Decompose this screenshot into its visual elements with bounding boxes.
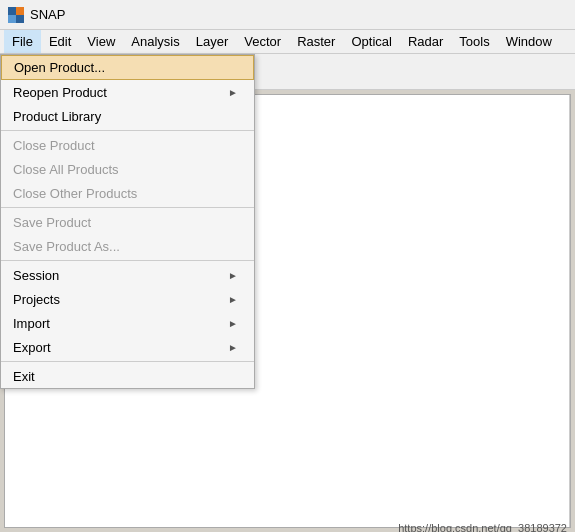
svg-rect-0 bbox=[8, 7, 16, 15]
menu-bar: File Edit View Analysis Layer Vector Ras… bbox=[0, 30, 575, 54]
app-icon bbox=[8, 7, 24, 23]
menu-close-other-products: Close Other Products bbox=[1, 181, 254, 205]
menu-optical[interactable]: Optical bbox=[343, 30, 399, 53]
menu-product-library[interactable]: Product Library bbox=[1, 104, 254, 128]
menu-session[interactable]: Session ► bbox=[1, 263, 254, 287]
menu-save-product: Save Product bbox=[1, 210, 254, 234]
open-product-label: Open Product... bbox=[14, 60, 105, 75]
menu-layer[interactable]: Layer bbox=[188, 30, 237, 53]
close-all-products-label: Close All Products bbox=[13, 162, 119, 177]
svg-rect-1 bbox=[16, 7, 24, 15]
reopen-product-arrow: ► bbox=[228, 87, 238, 98]
menu-radar[interactable]: Radar bbox=[400, 30, 451, 53]
status-url: https://blog.csdn.net/qq_38189372 bbox=[398, 522, 567, 532]
menu-close-all-products: Close All Products bbox=[1, 157, 254, 181]
separator-3 bbox=[1, 260, 254, 261]
projects-label: Projects bbox=[13, 292, 60, 307]
separator-4 bbox=[1, 361, 254, 362]
menu-vector[interactable]: Vector bbox=[236, 30, 289, 53]
import-label: Import bbox=[13, 316, 50, 331]
svg-rect-3 bbox=[16, 15, 24, 23]
menu-raster[interactable]: Raster bbox=[289, 30, 343, 53]
file-dropdown: Open Product... Reopen Product ► Product… bbox=[0, 54, 255, 389]
close-product-label: Close Product bbox=[13, 138, 95, 153]
menu-analysis[interactable]: Analysis bbox=[123, 30, 187, 53]
menu-open-product[interactable]: Open Product... bbox=[1, 55, 254, 80]
save-product-as-label: Save Product As... bbox=[13, 239, 120, 254]
projects-arrow: ► bbox=[228, 294, 238, 305]
menu-view[interactable]: View bbox=[79, 30, 123, 53]
separator-1 bbox=[1, 130, 254, 131]
reopen-product-label: Reopen Product bbox=[13, 85, 107, 100]
separator-2 bbox=[1, 207, 254, 208]
title-bar: SNAP bbox=[0, 0, 575, 30]
menu-close-product: Close Product bbox=[1, 133, 254, 157]
menu-exit[interactable]: Exit bbox=[1, 364, 254, 388]
menu-reopen-product[interactable]: Reopen Product ► bbox=[1, 80, 254, 104]
save-product-label: Save Product bbox=[13, 215, 91, 230]
menu-import[interactable]: Import ► bbox=[1, 311, 254, 335]
status-bar: https://blog.csdn.net/qq_38189372 bbox=[390, 520, 575, 532]
menu-edit[interactable]: Edit bbox=[41, 30, 79, 53]
export-arrow: ► bbox=[228, 342, 238, 353]
session-label: Session bbox=[13, 268, 59, 283]
menu-save-product-as: Save Product As... bbox=[1, 234, 254, 258]
exit-label: Exit bbox=[13, 369, 35, 384]
app-title: SNAP bbox=[30, 7, 65, 22]
menu-file[interactable]: File bbox=[4, 30, 41, 53]
import-arrow: ► bbox=[228, 318, 238, 329]
menu-projects[interactable]: Projects ► bbox=[1, 287, 254, 311]
product-library-label: Product Library bbox=[13, 109, 101, 124]
close-other-products-label: Close Other Products bbox=[13, 186, 137, 201]
export-label: Export bbox=[13, 340, 51, 355]
session-arrow: ► bbox=[228, 270, 238, 281]
menu-window[interactable]: Window bbox=[498, 30, 560, 53]
menu-export[interactable]: Export ► bbox=[1, 335, 254, 359]
menu-tools[interactable]: Tools bbox=[451, 30, 497, 53]
svg-rect-2 bbox=[8, 15, 16, 23]
